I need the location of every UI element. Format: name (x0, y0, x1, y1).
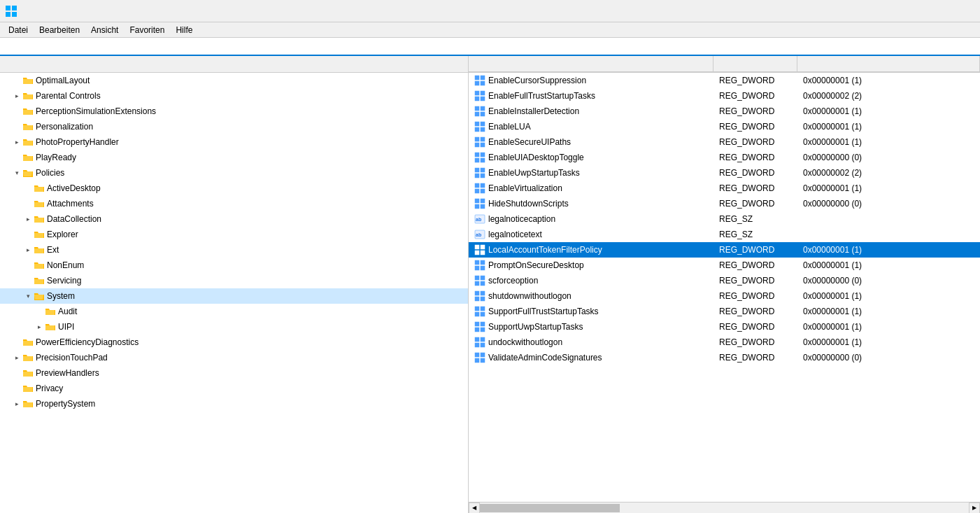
value-data: 0x00000001 (1) (797, 74, 980, 87)
main-content: OptimalLayout ▸ Parental Controls Percep… (0, 56, 980, 513)
tree-item-audit[interactable]: Audit (0, 304, 468, 319)
tree-item-dataCollection[interactable]: ▸ DataCollection (0, 211, 468, 227)
tree-item-powerEfficiencyDiagnostics[interactable]: PowerEfficiencyDiagnostics (0, 335, 468, 350)
tree-expander[interactable] (22, 229, 34, 240)
menu-datei[interactable]: Datei (3, 24, 34, 36)
tree-expander[interactable]: ▸ (34, 321, 45, 332)
value-row[interactable]: PromptOnSecureDesktop REG_DWORD 0x000000… (469, 258, 980, 273)
svg-rect-55 (481, 281, 485, 286)
value-row[interactable]: EnableLUA REG_DWORD 0x00000001 (1) (469, 119, 980, 134)
tree-expander[interactable] (11, 337, 22, 348)
value-row[interactable]: ValidateAdminCodeSignatures REG_DWORD 0x… (469, 350, 980, 365)
reg-icon (474, 244, 485, 255)
tree-expander[interactable] (22, 275, 34, 286)
column-data-header (797, 56, 980, 71)
tree-expander[interactable] (34, 306, 45, 317)
value-row[interactable]: shutdownwithoutlogon REG_DWORD 0x0000000… (469, 288, 980, 304)
value-row[interactable]: EnableUwpStartupTasks REG_DWORD 0x000000… (469, 165, 980, 181)
tree-expander[interactable]: ▸ (22, 213, 34, 225)
tree-item-nonEnum[interactable]: NonEnum (0, 258, 468, 273)
tree-item-previewHandlers[interactable]: PreviewHandlers (0, 365, 468, 381)
values-header (469, 56, 980, 73)
value-data (797, 233, 980, 236)
tree-item-playReady[interactable]: PlayReady (0, 150, 468, 165)
hscroll-left-arrow[interactable]: ◀ (469, 503, 480, 514)
tree-expander[interactable] (22, 198, 34, 209)
svg-rect-49 (481, 260, 485, 265)
tree-expander[interactable] (22, 260, 34, 271)
menu-favoriten[interactable]: Favoriten (124, 24, 170, 36)
tree-expander[interactable] (11, 121, 22, 132)
value-row[interactable]: EnableVirtualization REG_DWORD 0x0000000… (469, 181, 980, 196)
menu-hilfe[interactable]: Hilfe (170, 24, 198, 36)
value-type: REG_DWORD (713, 105, 797, 118)
value-row[interactable]: scforceoption REG_DWORD 0x00000000 (0) (469, 273, 980, 288)
tree-item-system[interactable]: ▾ System (0, 288, 468, 304)
tree-expander[interactable] (11, 367, 22, 379)
value-name: ValidateAdminCodeSignatures (469, 351, 713, 365)
tree-item-photoPropertyHandler[interactable]: ▸ PhotoPropertyHandler (0, 134, 468, 150)
tree-expander[interactable] (22, 183, 34, 194)
value-row[interactable]: EnableUIADesktopToggle REG_DWORD 0x00000… (469, 150, 980, 165)
value-row[interactable]: EnableInstallerDetection REG_DWORD 0x000… (469, 104, 980, 119)
tree-item-activeDesktop[interactable]: ActiveDesktop (0, 181, 468, 196)
value-row[interactable]: EnableFullTrustStartupTasks REG_DWORD 0x… (469, 88, 980, 104)
tree-item-ext[interactable]: ▸ Ext (0, 242, 468, 258)
hscroll-thumb[interactable] (480, 504, 620, 512)
svg-rect-27 (481, 158, 485, 162)
value-row[interactable]: undockwithoutlogon REG_DWORD 0x00000001 … (469, 335, 980, 350)
value-data: 0x00000000 (0) (797, 151, 980, 164)
maximize-button[interactable] (909, 0, 941, 22)
tree-item-servicing[interactable]: Servicing (0, 273, 468, 288)
hscroll-track[interactable] (480, 503, 969, 513)
svg-rect-7 (481, 81, 485, 85)
value-type: REG_DWORD (713, 197, 797, 210)
tree-item-policies[interactable]: ▾ Policies (0, 165, 468, 181)
tree-item-perceptionSimulationExtensions[interactable]: PerceptionSimulationExtensions (0, 104, 468, 119)
tree-expander[interactable]: ▸ (11, 136, 22, 148)
tree-expander[interactable] (11, 152, 22, 163)
tree-item-precisionTouchPad[interactable]: ▸ PrecisionTouchPad (0, 350, 468, 365)
tree-expander[interactable] (11, 75, 22, 86)
tree-content[interactable]: OptimalLayout ▸ Parental Controls Percep… (0, 73, 468, 513)
value-type: REG_DWORD (713, 120, 797, 133)
tree-expander[interactable]: ▸ (22, 244, 34, 255)
value-data (797, 218, 980, 220)
value-row[interactable]: HideShutdownScripts REG_DWORD 0x00000000… (469, 196, 980, 211)
value-row[interactable]: EnableSecureUIPaths REG_DWORD 0x00000001… (469, 134, 980, 150)
value-row[interactable]: LocalAccountTokenFilterPolicy REG_DWORD … (469, 242, 980, 258)
value-row[interactable]: EnableCursorSuppression REG_DWORD 0x0000… (469, 73, 980, 88)
tree-item-optimalLayout[interactable]: OptimalLayout (0, 73, 468, 88)
tree-item-attachments[interactable]: Attachments (0, 196, 468, 211)
value-data: 0x00000001 (1) (797, 321, 980, 333)
value-row[interactable]: SupportFullTrustStartupTasks REG_DWORD 0… (469, 304, 980, 319)
horizontal-scrollbar[interactable]: ◀ ▶ (469, 502, 980, 513)
tree-expander[interactable]: ▸ (11, 398, 22, 409)
tree-expander[interactable]: ▸ (11, 352, 22, 363)
tree-item-personalization[interactable]: Personalization (0, 119, 468, 134)
addressbar[interactable] (0, 38, 980, 56)
close-button[interactable] (942, 0, 974, 22)
values-content[interactable]: EnableCursorSuppression REG_DWORD 0x0000… (469, 73, 980, 502)
menu-bearbeiten[interactable]: Bearbeiten (34, 24, 85, 36)
tree-expander[interactable] (11, 106, 22, 117)
tree-item-uipi[interactable]: ▸ UIPI (0, 319, 468, 335)
tree-expander[interactable]: ▸ (11, 90, 22, 101)
value-row[interactable]: ab legalnoticecaption REG_SZ (469, 211, 980, 227)
tree-item-explorer[interactable]: Explorer (0, 227, 468, 242)
svg-rect-52 (475, 276, 479, 280)
minimize-button[interactable] (875, 0, 907, 22)
value-row[interactable]: ab legalnoticetext REG_SZ (469, 227, 980, 242)
tree-item-parentalControls[interactable]: ▸ Parental Controls (0, 88, 468, 104)
tree-item-propertySystem[interactable]: ▸ PropertySystem (0, 396, 468, 412)
menu-ansicht[interactable]: Ansicht (85, 24, 124, 36)
reg-icon (474, 121, 485, 132)
value-name: SupportUwpStartupTasks (469, 320, 713, 334)
tree-expander[interactable] (11, 383, 22, 394)
tree-item-privacy[interactable]: Privacy (0, 381, 468, 396)
value-row[interactable]: SupportUwpStartupTasks REG_DWORD 0x00000… (469, 319, 980, 335)
hscroll-right-arrow[interactable]: ▶ (969, 503, 980, 514)
tree-expander[interactable]: ▾ (22, 290, 34, 302)
tree-expander[interactable]: ▾ (11, 167, 22, 178)
folder-icon (22, 90, 34, 101)
